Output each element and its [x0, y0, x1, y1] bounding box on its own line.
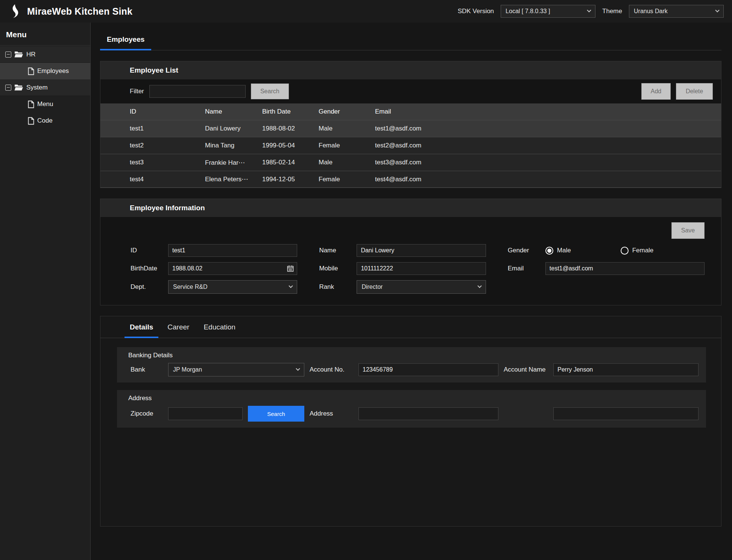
- employee-list-title: Employee List: [100, 61, 721, 79]
- zipcode-search-button[interactable]: Search: [248, 406, 304, 422]
- gender-label: Gender: [508, 247, 545, 254]
- birthdate-label: BirthDate: [131, 265, 168, 272]
- column-header-birthdate[interactable]: Birth Date: [262, 108, 319, 115]
- rank-select[interactable]: Director: [357, 280, 486, 294]
- tab-education[interactable]: Education: [198, 319, 241, 338]
- address-field-2[interactable]: [553, 407, 699, 420]
- app-root: MiraeWeb Kitchen Sink SDK Version Local …: [0, 0, 732, 560]
- tab-details[interactable]: Details: [125, 319, 158, 338]
- main-content: Employees Employee List Filter Search Ad…: [91, 23, 732, 560]
- sidebar: Menu HR: [0, 23, 91, 560]
- id-field[interactable]: [168, 244, 297, 257]
- collapse-icon[interactable]: [5, 52, 11, 58]
- cell-id: test1: [100, 125, 205, 132]
- tree-node-code[interactable]: Code: [0, 112, 90, 129]
- cell-email: test3@asdf.com: [375, 159, 721, 166]
- name-label: Name: [319, 247, 357, 254]
- add-button[interactable]: Add: [641, 83, 671, 100]
- tree-node-label: HR: [26, 51, 36, 58]
- address-field-1[interactable]: [358, 407, 498, 420]
- account-name-field[interactable]: [553, 363, 699, 376]
- chevron-down-icon: [587, 8, 591, 12]
- banking-details-title: Banking Details: [128, 352, 699, 359]
- file-icon: [28, 117, 34, 125]
- calendar-icon[interactable]: [287, 265, 294, 273]
- delete-button[interactable]: Delete: [676, 83, 713, 100]
- bank-select[interactable]: JP Morgan: [168, 363, 304, 376]
- tab-career[interactable]: Career: [162, 319, 194, 338]
- theme-value: Uranus Dark: [634, 8, 668, 15]
- collapse-icon[interactable]: [5, 85, 11, 91]
- sidebar-heading: Menu: [0, 23, 90, 46]
- details-panel: Details Career Education Banking Details…: [100, 316, 721, 527]
- gender-male-radio[interactable]: Male: [545, 247, 571, 255]
- app-logo-icon: [8, 3, 21, 19]
- theme-select[interactable]: Uranus Dark: [629, 5, 724, 18]
- address-title: Address: [128, 395, 699, 402]
- column-header-name[interactable]: Name: [205, 108, 262, 115]
- table-row[interactable]: test1 Dani Lowery 1988-08-02 Male test1@…: [100, 120, 721, 137]
- mobile-field[interactable]: [357, 262, 486, 275]
- details-tab-content: Banking Details Bank JP Morgan Account N…: [100, 338, 721, 428]
- tree-node-employees[interactable]: Employees: [0, 63, 90, 79]
- details-tab-bar: Details Career Education: [100, 319, 721, 338]
- bank-value: JP Morgan: [173, 366, 202, 373]
- cell-name: Elena Peters⋯: [205, 175, 262, 183]
- filter-input[interactable]: [149, 85, 246, 98]
- account-no-field[interactable]: [358, 363, 498, 376]
- dept-value: Service R&D: [173, 284, 208, 290]
- brand: MiraeWeb Kitchen Sink: [8, 3, 132, 19]
- menu-tree: HR Employees: [0, 46, 90, 129]
- employee-table: ID Name Birth Date Gender Email test1 Da…: [100, 103, 721, 188]
- chevron-down-icon: [289, 284, 293, 288]
- folder-open-icon: [14, 84, 23, 91]
- sdk-version-value: Local [ 7.8.0.33 ]: [506, 8, 550, 15]
- cell-id: test4: [100, 176, 205, 183]
- cell-gender: Male: [319, 125, 375, 132]
- cell-birthdate: 1988-08-02: [262, 125, 319, 132]
- dept-select[interactable]: Service R&D: [168, 280, 297, 294]
- account-no-label: Account No.: [310, 366, 353, 373]
- employee-info-title: Employee Information: [100, 199, 721, 217]
- sdk-version-select[interactable]: Local [ 7.8.0.33 ]: [501, 5, 595, 18]
- mobile-label: Mobile: [319, 265, 357, 272]
- table-row[interactable]: test2 Mina Tang 1999-05-04 Female test2@…: [100, 137, 721, 154]
- theme-label: Theme: [602, 8, 622, 15]
- save-button[interactable]: Save: [671, 222, 705, 239]
- cell-name: Frankie Har⋯: [205, 159, 262, 167]
- topbar: MiraeWeb Kitchen Sink SDK Version Local …: [0, 0, 732, 23]
- tree-node-system[interactable]: System: [0, 79, 90, 96]
- filter-search-button[interactable]: Search: [251, 83, 289, 99]
- table-row[interactable]: test4 Elena Peters⋯ 1994-12-05 Female te…: [100, 171, 721, 188]
- email-field[interactable]: [545, 262, 705, 275]
- cell-birthdate: 1999-05-04: [262, 142, 319, 149]
- topbar-controls: SDK Version Local [ 7.8.0.33 ] Theme Ura…: [458, 5, 724, 18]
- column-header-email[interactable]: Email: [375, 108, 721, 115]
- table-header-row: ID Name Birth Date Gender Email: [100, 103, 721, 120]
- address-label: Address: [310, 410, 353, 417]
- column-header-gender[interactable]: Gender: [319, 108, 375, 115]
- birthdate-field[interactable]: [168, 262, 297, 275]
- chevron-down-icon: [477, 284, 481, 288]
- zipcode-field[interactable]: [168, 407, 243, 420]
- address-section: Address Zipcode Search Address: [117, 390, 706, 428]
- name-field[interactable]: [357, 244, 486, 257]
- tree-node-label: Employees: [37, 67, 69, 75]
- folder-open-icon: [14, 51, 23, 58]
- cell-id: test2: [100, 142, 205, 149]
- employee-list-panel: Employee List Filter Search Add Delete I…: [100, 61, 721, 188]
- cell-gender: Female: [319, 142, 375, 149]
- tree-node-menu[interactable]: Menu: [0, 96, 90, 112]
- tab-employees[interactable]: Employees: [100, 32, 151, 50]
- tree-node-label: Menu: [37, 100, 53, 108]
- table-row[interactable]: test3 Frankie Har⋯ 1985-02-14 Male test3…: [100, 154, 721, 171]
- cell-name: Mina Tang: [205, 142, 262, 149]
- file-icon: [28, 100, 34, 108]
- gender-female-radio[interactable]: Female: [621, 247, 654, 255]
- rank-value: Director: [361, 284, 383, 290]
- radio-selected-icon: [545, 247, 553, 255]
- cell-name: Dani Lowery: [205, 125, 262, 132]
- tree-node-hr[interactable]: HR: [0, 46, 90, 63]
- column-header-id[interactable]: ID: [100, 108, 205, 115]
- gender-male-label: Male: [557, 247, 571, 254]
